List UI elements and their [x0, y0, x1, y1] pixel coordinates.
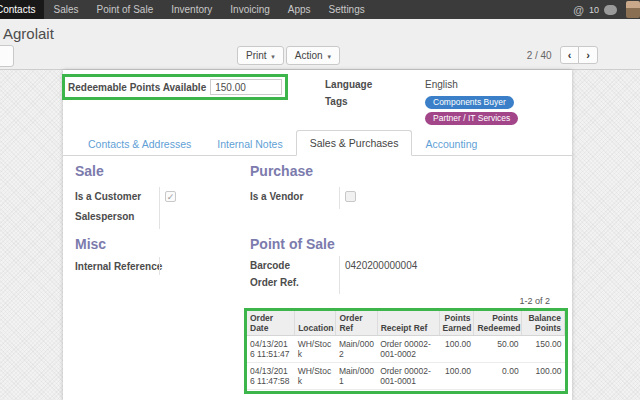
- action-dropdowns: Print ▾ Action ▾: [237, 46, 340, 65]
- table-row[interactable]: 04/13/2016 11:47:58 WH/Stock Main/0001 O…: [247, 363, 565, 390]
- col-order-ref[interactable]: Order Ref: [336, 311, 377, 336]
- nav-item-contacts[interactable]: Contacts: [0, 0, 44, 19]
- top-navbar: Contacts Sales Point of Sale Inventory I…: [0, 0, 640, 19]
- nav-item-apps[interactable]: Apps: [279, 0, 320, 19]
- cell-receipt-ref: Order 00002-001-0001: [377, 363, 439, 390]
- cell-points-earned: 100.00: [439, 363, 474, 390]
- print-label: Print: [246, 50, 267, 61]
- is-a-customer-label: Is a Customer: [75, 191, 141, 202]
- is-a-customer-checkbox[interactable]: ✓: [165, 191, 176, 202]
- action-label: Action: [295, 50, 323, 61]
- internal-reference-label: Internal Reference: [75, 261, 162, 272]
- redeemable-points-label: Redeemable Points Available: [68, 82, 206, 93]
- redeemable-points-input[interactable]: [210, 79, 282, 95]
- tags-row: Tags Components Buyer Partner / IT Servi…: [325, 96, 518, 125]
- notebook-tabs: Contacts & Addresses Internal Notes Sale…: [63, 130, 572, 156]
- record-pager: 2 / 40 ‹ ›: [527, 46, 598, 64]
- nav-item-sales[interactable]: Sales: [44, 0, 87, 19]
- col-order-date[interactable]: Order Date: [247, 311, 295, 336]
- pager-previous-button[interactable]: ‹: [560, 46, 580, 64]
- col-points-redeemed[interactable]: Points Redeemed: [474, 311, 522, 336]
- nav-item-point-of-sale[interactable]: Point of Sale: [87, 0, 162, 19]
- barcode-value: 0420200000004: [345, 260, 417, 271]
- tab-accounting[interactable]: Accounting: [412, 132, 490, 156]
- tab-sales-purchases[interactable]: Sales & Purchases: [296, 130, 413, 156]
- tags-label: Tags: [325, 96, 425, 125]
- table-row[interactable]: 04/13/2016 11:51:47 WH/Stock Main/0002 O…: [247, 336, 565, 363]
- pager-value: 2 / 40: [527, 50, 552, 61]
- cell-order-ref: Main/0002: [336, 336, 377, 363]
- nav-item-invoicing[interactable]: Invoicing: [221, 0, 278, 19]
- cell-location: WH/Stock: [295, 336, 336, 363]
- cell-order-ref: Main/0001: [336, 363, 377, 390]
- chevron-down-icon: ▾: [271, 53, 275, 60]
- tab-contacts-addresses[interactable]: Contacts & Addresses: [75, 132, 204, 156]
- col-points-earned[interactable]: Points Earned: [439, 311, 474, 336]
- page: Contacts Sales Point of Sale Inventory I…: [0, 0, 640, 400]
- is-a-vendor-checkbox[interactable]: [345, 191, 356, 202]
- divider: [339, 187, 340, 209]
- order-ref-label: Order Ref.: [250, 277, 299, 288]
- cell-points-redeemed: 50.00: [474, 336, 522, 363]
- tag-components-buyer: Components Buyer: [425, 96, 514, 109]
- misc-section-title: Misc: [75, 236, 106, 252]
- cell-receipt-ref: Order 00002-001-0002: [377, 336, 439, 363]
- page-title: Agrolait: [3, 25, 54, 42]
- action-dropdown-button[interactable]: Action ▾: [286, 46, 340, 65]
- table-header-row: Order Date Location Order Ref Receipt Re…: [247, 311, 565, 336]
- nav-item-inventory[interactable]: Inventory: [162, 0, 221, 19]
- activities-icon[interactable]: @: [573, 4, 584, 16]
- cell-balance-points: 100.00: [522, 363, 565, 390]
- pos-section-title: Point of Sale: [250, 236, 335, 252]
- tag-partner-it-services: Partner / IT Services: [425, 112, 518, 125]
- cell-order-date: 04/13/2016 11:51:47: [247, 336, 295, 363]
- col-location[interactable]: Location: [295, 311, 336, 336]
- nav-item-settings[interactable]: Settings: [320, 0, 374, 19]
- divider: [339, 256, 340, 294]
- barcode-label: Barcode: [250, 260, 290, 271]
- is-a-vendor-label: Is a Vendor: [250, 191, 303, 202]
- purchase-section-title: Purchase: [250, 163, 313, 179]
- pos-orders-table: Order Date Location Order Ref Receipt Re…: [247, 311, 565, 390]
- col-receipt-ref[interactable]: Receipt Ref: [377, 311, 439, 336]
- redeemable-points-annotation-box: Redeemable Points Available: [62, 74, 288, 100]
- user-avatar[interactable]: [626, 1, 640, 18]
- cell-location: WH/Stock: [295, 363, 336, 390]
- chevron-down-icon: ▾: [327, 53, 331, 60]
- form-sheet: Redeemable Points Available Language Eng…: [63, 70, 572, 400]
- messages-icon[interactable]: [604, 5, 617, 15]
- activity-count-badge: 10: [589, 5, 599, 15]
- navbar-right: @ 10: [573, 0, 640, 19]
- pager-next-button[interactable]: ›: [578, 46, 598, 64]
- language-value: English: [425, 79, 458, 90]
- cell-points-redeemed: 0.00: [474, 363, 522, 390]
- form-view-background: Redeemable Points Available Language Eng…: [0, 69, 640, 400]
- edit-button-partial[interactable]: [0, 45, 14, 67]
- cell-order-date: 04/13/2016 11:47:58: [247, 363, 295, 390]
- tab-internal-notes[interactable]: Internal Notes: [204, 132, 295, 156]
- pos-list-pager: 1-2 of 2: [463, 296, 550, 306]
- cell-points-earned: 100.00: [439, 336, 474, 363]
- salesperson-label: Salesperson: [75, 211, 134, 222]
- language-row: Language English: [325, 79, 458, 90]
- pos-table-annotation-box: Order Date Location Order Ref Receipt Re…: [244, 308, 568, 394]
- sale-section-title: Sale: [75, 163, 104, 179]
- col-balance-points[interactable]: Balance Points: [522, 311, 565, 336]
- language-label: Language: [325, 79, 425, 90]
- cell-balance-points: 150.00: [522, 336, 565, 363]
- divider: [159, 257, 160, 275]
- print-dropdown-button[interactable]: Print ▾: [237, 46, 284, 65]
- divider: [159, 187, 160, 229]
